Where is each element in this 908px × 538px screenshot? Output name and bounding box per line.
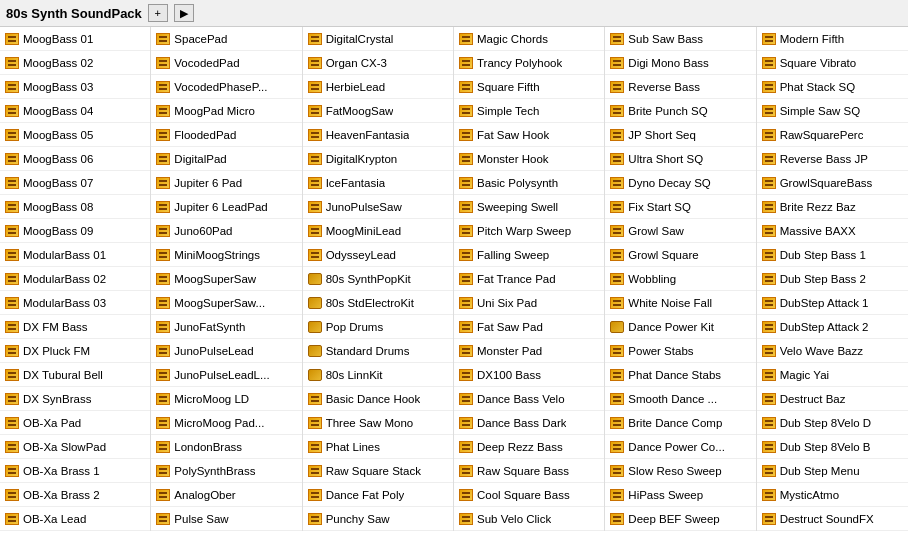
list-item[interactable]: DX Pluck FM [0,339,150,363]
list-item[interactable]: RawSquarePerc [757,123,908,147]
list-item[interactable]: ModularBass 01 [0,243,150,267]
list-item[interactable]: MoogSuperSaw... [151,291,301,315]
list-item[interactable]: VocodedPhaseP... [151,75,301,99]
list-item[interactable]: VocodedPad [151,51,301,75]
list-item[interactable]: MoogBass 07 [0,171,150,195]
list-item[interactable]: OB-Xa Brass 1 [0,459,150,483]
list-item[interactable]: Destruct SoundFX [757,507,908,531]
list-item[interactable]: HiPass Sweep [605,483,755,507]
list-item[interactable]: Massive BAXX [757,219,908,243]
list-item[interactable]: PolySynthBrass [151,459,301,483]
list-item[interactable]: Dub Step 8Velo B [757,435,908,459]
list-item[interactable]: 80s LinnKit [303,363,453,387]
list-item[interactable]: Dance Power Co... [605,435,755,459]
list-item[interactable]: MicroMoog LD [151,387,301,411]
list-item[interactable]: Fix Start SQ [605,195,755,219]
list-item[interactable]: JunoPulseLead [151,339,301,363]
list-item[interactable]: DubStep Attack 1 [757,291,908,315]
list-item[interactable]: Ultra Short SQ [605,147,755,171]
list-item[interactable]: Digi Mono Bass [605,51,755,75]
list-item[interactable]: MoogBass 05 [0,123,150,147]
list-item[interactable]: Dub Step Menu [757,459,908,483]
list-item[interactable]: HeavenFantasia [303,123,453,147]
list-item[interactable]: 80s SynthPopKit [303,267,453,291]
list-item[interactable]: Punchy Saw [303,507,453,531]
list-item[interactable]: Basic Polysynth [454,171,604,195]
list-item[interactable]: HerbieLead [303,75,453,99]
list-item[interactable]: Dance Power Kit [605,315,755,339]
list-item[interactable]: Simple Saw SQ [757,99,908,123]
add-button[interactable]: + [148,4,168,22]
list-item[interactable]: Uni Six Pad [454,291,604,315]
list-item[interactable]: ModularBass 03 [0,291,150,315]
list-item[interactable]: MiniMoogStrings [151,243,301,267]
list-item[interactable]: Phat Stack SQ [757,75,908,99]
list-item[interactable]: Dub Step Bass 2 [757,267,908,291]
list-item[interactable]: Modern Fifth [757,27,908,51]
list-item[interactable]: Simple Tech [454,99,604,123]
list-item[interactable]: Pitch Warp Sweep [454,219,604,243]
list-item[interactable]: Juno60Pad [151,219,301,243]
list-item[interactable]: MoogSuperSaw [151,267,301,291]
list-item[interactable]: Magic Chords [454,27,604,51]
list-item[interactable]: SpacePad [151,27,301,51]
list-item[interactable]: Brite Punch SQ [605,99,755,123]
list-item[interactable]: MoogMiniLead [303,219,453,243]
list-item[interactable]: Dub Step 8Velo D [757,411,908,435]
list-item[interactable]: Monster Hook [454,147,604,171]
list-item[interactable]: Fat Saw Hook [454,123,604,147]
list-item[interactable]: JP Short Seq [605,123,755,147]
list-item[interactable]: MoogPad Micro [151,99,301,123]
list-item[interactable]: Dub Step Bass 1 [757,243,908,267]
list-item[interactable]: Dance Fat Poly [303,483,453,507]
list-item[interactable]: JunoPulseLeadL... [151,363,301,387]
list-item[interactable]: Smooth Dance ... [605,387,755,411]
list-item[interactable]: Magic Yai [757,363,908,387]
list-item[interactable]: Pulse Saw [151,507,301,531]
list-item[interactable]: Falling Sweep [454,243,604,267]
list-item[interactable]: Wobbling [605,267,755,291]
list-item[interactable]: Raw Square Bass [454,459,604,483]
list-item[interactable]: Square Vibrato [757,51,908,75]
list-item[interactable]: DX FM Bass [0,315,150,339]
list-item[interactable]: DX SynBrass [0,387,150,411]
list-item[interactable]: MicroMoog Pad... [151,411,301,435]
list-item[interactable]: IceFantasia [303,171,453,195]
list-item[interactable]: MoogBass 02 [0,51,150,75]
list-item[interactable]: Jupiter 6 Pad [151,171,301,195]
list-item[interactable]: Trancy Polyhook [454,51,604,75]
list-item[interactable]: Sub Saw Bass [605,27,755,51]
list-item[interactable]: Phat Dance Stabs [605,363,755,387]
list-item[interactable]: Pop Drums [303,315,453,339]
list-item[interactable]: Slow Reso Sweep [605,459,755,483]
list-item[interactable]: JunoFatSynth [151,315,301,339]
list-item[interactable]: FatMoogSaw [303,99,453,123]
list-item[interactable]: JunoPulseSaw [303,195,453,219]
list-item[interactable]: DigitalKrypton [303,147,453,171]
list-item[interactable]: Dance Bass Velo [454,387,604,411]
list-item[interactable]: Dance Bass Dark [454,411,604,435]
list-item[interactable]: MoogBass 08 [0,195,150,219]
list-item[interactable]: Growl Saw [605,219,755,243]
list-item[interactable]: 80s StdElectroKit [303,291,453,315]
list-item[interactable]: Basic Dance Hook [303,387,453,411]
list-item[interactable]: Brite Rezz Baz [757,195,908,219]
list-item[interactable]: Reverse Bass [605,75,755,99]
list-item[interactable]: Organ CX-3 [303,51,453,75]
list-item[interactable]: MoogBass 01 [0,27,150,51]
list-item[interactable]: Growl Square [605,243,755,267]
list-item[interactable]: AnalogOber [151,483,301,507]
list-item[interactable]: OB-Xa SlowPad [0,435,150,459]
list-item[interactable]: OdysseyLead [303,243,453,267]
list-item[interactable]: Monster Pad [454,339,604,363]
list-item[interactable]: MysticAtmo [757,483,908,507]
list-item[interactable]: White Noise Fall [605,291,755,315]
list-item[interactable]: DX100 Bass [454,363,604,387]
list-item[interactable]: OB-Xa Lead [0,507,150,531]
list-item[interactable]: Fat Saw Pad [454,315,604,339]
list-item[interactable]: Sweeping Swell [454,195,604,219]
list-item[interactable]: Brite Dance Comp [605,411,755,435]
list-item[interactable]: Sub Velo Click [454,507,604,531]
list-item[interactable]: MoogBass 06 [0,147,150,171]
list-item[interactable]: Square Fifth [454,75,604,99]
